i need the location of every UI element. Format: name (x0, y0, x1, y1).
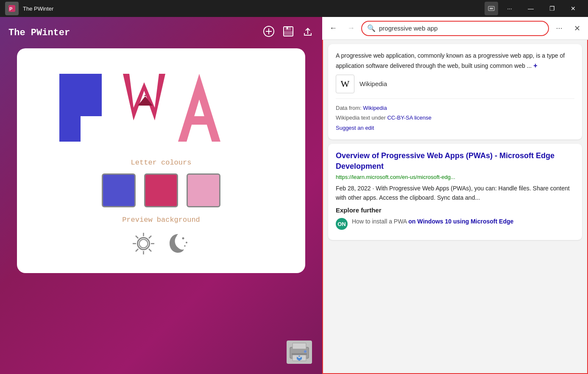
svg-rect-15 (81, 74, 102, 116)
svg-marker-18 (178, 74, 220, 142)
close-browser-button[interactable]: ✕ (569, 21, 585, 36)
pwa-card: Letter colours Preview background (17, 48, 305, 273)
letter-colours-label: Letter colours (131, 159, 192, 167)
print-icon[interactable] (287, 341, 312, 364)
app-title: The PWinter (8, 28, 70, 38)
svg-point-22 (139, 239, 148, 248)
left-panel: The PWinter (0, 17, 322, 374)
right-panel: ← → 🔍 ··· ✕ A progressive web applicatio… (322, 17, 588, 374)
svg-rect-37 (292, 353, 307, 355)
swatch-blue[interactable] (102, 173, 136, 207)
mode-icons (132, 231, 191, 260)
definition-text: A progressive web application, commonly … (336, 51, 574, 71)
pwa-logo (55, 61, 267, 154)
wikipedia-logo: W (336, 75, 354, 93)
title-bar: P The PWinter ··· — ❐ ✕ (0, 0, 588, 17)
svg-line-29 (149, 236, 151, 238)
result-url: https://learn.microsoft.com/en-us/micros… (336, 174, 574, 180)
add-icon[interactable] (263, 25, 275, 40)
explore-link-text[interactable]: How to install a PWA on Windows 10 using… (352, 217, 513, 226)
wikipedia-name: Wikipedia (359, 80, 387, 87)
share-icon[interactable] (302, 25, 314, 40)
title-bar-left: P The PWinter (5, 2, 53, 15)
svg-point-31 (182, 237, 184, 240)
search-bar[interactable]: 🔍 (361, 21, 549, 36)
svg-rect-8 (286, 27, 291, 30)
svg-rect-35 (293, 343, 306, 349)
titlebar-title: The PWinter (23, 6, 53, 12)
explore-item-1: ON How to install a PWA on Windows 10 us… (336, 217, 574, 230)
cast-icon[interactable] (485, 2, 498, 15)
suggest-edit-link[interactable]: Suggest an edit (336, 125, 374, 131)
expand-button[interactable]: + (533, 62, 537, 69)
light-mode-icon[interactable] (132, 232, 155, 260)
explore-further-label: Explore further (336, 207, 574, 214)
wikipedia-link[interactable]: Wikipedia (363, 105, 387, 111)
app-icon: P (5, 2, 19, 15)
forward-button[interactable]: → (343, 21, 359, 36)
save-icon[interactable] (282, 25, 294, 40)
msedge-result-card: Overview of Progressive Web Apps (PWAs) … (328, 144, 582, 240)
maximize-button[interactable]: ❐ (542, 2, 562, 15)
swatch-pink[interactable] (144, 173, 178, 207)
result-snippet: Feb 28, 2022 · With Progressive Web Apps… (336, 184, 574, 203)
close-button[interactable]: ✕ (563, 2, 583, 15)
svg-rect-9 (284, 31, 292, 35)
result-title[interactable]: Overview of Progressive Web Apps (PWAs) … (336, 151, 574, 172)
more-options-button[interactable]: ··· (500, 2, 519, 15)
more-options-button-browser[interactable]: ··· (552, 21, 567, 36)
search-icon: 🔍 (367, 24, 376, 32)
svg-line-30 (136, 249, 138, 251)
wikipedia-source: W Wikipedia (336, 71, 574, 97)
main-area: The PWinter (0, 17, 588, 374)
definition-card: A progressive web application, commonly … (328, 44, 582, 140)
color-swatches (102, 173, 220, 207)
preview-bg-label: Preview background (122, 216, 200, 224)
svg-point-38 (304, 350, 307, 353)
search-results[interactable]: A progressive web application, commonly … (322, 40, 588, 374)
back-button[interactable]: ← (326, 21, 341, 36)
license-text: Wikipedia text under (336, 114, 386, 121)
explore-link-anchor[interactable]: on Windows 10 using Microsoft Edge (408, 218, 513, 225)
print-icon-wrapper (287, 341, 312, 364)
license-link[interactable]: CC-BY-SA license (387, 114, 431, 121)
svg-point-32 (186, 242, 187, 243)
svg-rect-10 (287, 27, 288, 29)
svg-text:P: P (9, 6, 12, 11)
minimize-button[interactable]: — (521, 2, 541, 15)
search-input[interactable] (379, 25, 543, 32)
data-from-label: Data from: (336, 105, 362, 111)
app-header-icons (263, 25, 314, 40)
svg-point-33 (184, 245, 186, 247)
titlebar-controls: ··· — ❐ ✕ (485, 2, 583, 15)
svg-rect-3 (490, 8, 493, 9)
app-header: The PWinter (8, 25, 314, 40)
svg-line-27 (136, 236, 138, 238)
data-from: Data from: Wikipedia Wikipedia text unde… (336, 98, 574, 133)
explore-icon-on: ON (336, 218, 348, 230)
dark-mode-icon[interactable] (165, 231, 191, 260)
svg-line-28 (149, 249, 151, 251)
swatch-light-pink[interactable] (187, 173, 220, 207)
svg-marker-16 (123, 74, 165, 120)
browser-toolbar: ← → 🔍 ··· ✕ (322, 17, 588, 40)
